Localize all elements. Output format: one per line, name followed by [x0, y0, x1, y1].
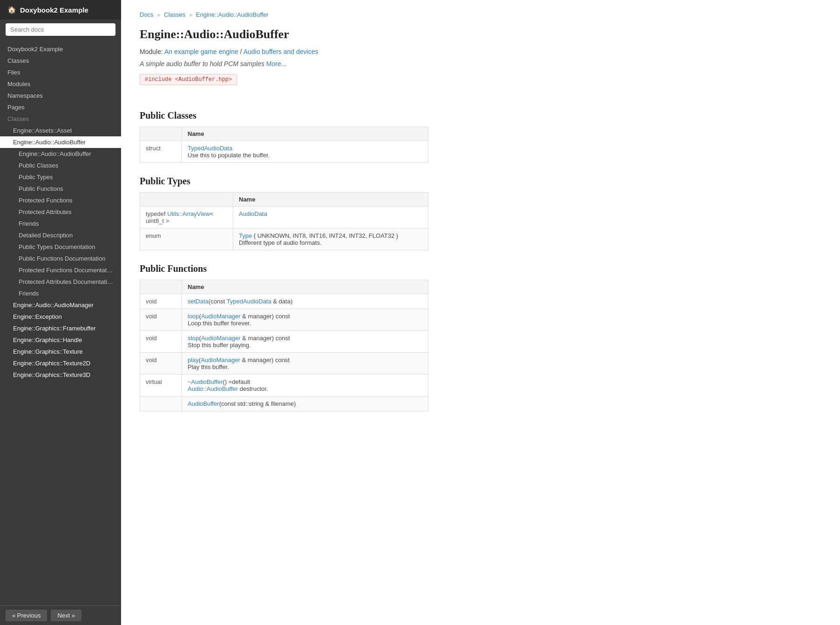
public-classes-table: Name struct TypedAudioData Use this to p… [140, 127, 428, 163]
link-audiomanager-3[interactable]: AudioManager [201, 356, 240, 363]
search-input[interactable] [6, 23, 115, 36]
link-typedaudiodata[interactable]: TypedAudioData [188, 145, 232, 152]
desc-loop: Loop this buffer forever. [188, 320, 251, 327]
link-loop[interactable]: loop [188, 313, 199, 320]
sidebar-item-sub-public-functions[interactable]: Public Functions [0, 183, 121, 195]
link-audio-audiobuffer[interactable]: Audio::AudioBuffer [188, 385, 238, 392]
include-box: #include <AudioBuffer.hpp> [140, 74, 237, 85]
type-void-2: void [140, 309, 182, 331]
sidebar-item-sub-public-types[interactable]: Public Types [0, 171, 121, 183]
link-setdata[interactable]: setData [188, 298, 209, 305]
sidebar-item-sub-protected-attributes-doc[interactable]: Protected Attributes Documentation [0, 276, 121, 288]
breadcrumb-current[interactable]: Engine::Audio::AudioBuffer [196, 11, 269, 18]
search-container [0, 20, 121, 40]
sidebar-item-files[interactable]: Files [0, 67, 121, 78]
sidebar-item-sub-protected-attributes[interactable]: Protected Attributes [0, 206, 121, 218]
sidebar-item-engine-graphics-texture[interactable]: Engine::Graphics::Texture [0, 346, 121, 357]
type-virtual: virtual [140, 375, 182, 397]
link-utils-arrayview[interactable]: Utils::ArrayView [167, 210, 210, 217]
desc-typedaudiodata: Use this to populate the buffer. [188, 152, 270, 159]
sidebar-item-sub-audiobuffer[interactable]: Engine::Audio::AudioBuffer [0, 148, 121, 160]
sidebar-item-sub-friends[interactable]: Friends [0, 218, 121, 229]
table-row: typedef Utils::ArrayView< uint8_t > Audi… [140, 207, 428, 228]
sidebar-item-sub-protected-functions[interactable]: Protected Functions [0, 195, 121, 206]
public-types-table: Name typedef Utils::ArrayView< uint8_t >… [140, 192, 428, 250]
link-typedaudiodata-2[interactable]: TypedAudioData [227, 298, 271, 305]
col-header-type-pc [140, 127, 182, 141]
link-stop[interactable]: stop [188, 335, 199, 342]
prev-button[interactable]: « Previous [6, 610, 47, 621]
type-empty [140, 397, 182, 411]
module-link-1[interactable]: An example game engine [164, 48, 238, 55]
type-cell-typedef: typedef Utils::ArrayView< uint8_t > [140, 207, 233, 228]
module-label: Module: [140, 48, 163, 55]
sidebar-item-classes[interactable]: Classes [0, 55, 121, 67]
sidebar-item-sub-protected-functions-doc[interactable]: Protected Functions Documentation [0, 264, 121, 276]
module-link-2[interactable]: Audio buffers and devices [244, 48, 318, 55]
sidebar-item-sub-public-classes[interactable]: Public Classes [0, 160, 121, 171]
more-link[interactable]: More... [266, 60, 287, 67]
table-row: enum Type { UNKNOWN, INT8, INT16, INT24,… [140, 228, 428, 250]
module-sep: / [240, 48, 244, 55]
section-public-types-title: Public Types [140, 176, 428, 187]
sidebar-item-engine-graphics-texture2d[interactable]: Engine::Graphics::Texture2D [0, 357, 121, 369]
type-void-4: void [140, 353, 182, 375]
module-line: Module: An example game engine / Audio b… [140, 48, 428, 55]
sidebar-item-engine-graphics-handle[interactable]: Engine::Graphics::Handle [0, 334, 121, 346]
section-public-classes-title: Public Classes [140, 110, 428, 121]
name-cell-typedaudiodata: TypedAudioData Use this to populate the … [182, 141, 428, 163]
table-row: AudioBuffer(const std::string & filename… [140, 397, 428, 411]
sidebar-item-engine-audio-audiomanager[interactable]: Engine::Audio::AudioManager [0, 299, 121, 311]
col-header-type-pt [140, 193, 233, 207]
type-void-1: void [140, 294, 182, 309]
sidebar-item-engine-exception[interactable]: Engine::Exception [0, 311, 121, 323]
sidebar-item-namespaces[interactable]: Namespaces [0, 90, 121, 101]
link-destructor[interactable]: ~AudioBuffer [188, 378, 223, 385]
link-audiomanager-1[interactable]: AudioManager [201, 313, 241, 320]
sidebar-item-sub-public-types-doc[interactable]: Public Types Documentation [0, 241, 121, 253]
link-audiodata[interactable]: AudioData [239, 210, 267, 217]
table-row: struct TypedAudioData Use this to popula… [140, 141, 428, 163]
col-header-name-pf: Name [182, 280, 428, 294]
nav-list: Doxybook2 ExampleClassesFilesModulesName… [0, 40, 121, 605]
link-audiomanager-2[interactable]: AudioManager [201, 335, 241, 342]
sidebar-item-engine-graphics-texture3d[interactable]: Engine::Graphics::Texture3D [0, 369, 121, 381]
sidebar-title: Doxybook2 Example [20, 6, 88, 14]
col-header-name-pc: Name [182, 127, 428, 141]
sidebar-item-sub-detailed-description[interactable]: Detailed Description [0, 229, 121, 241]
public-functions-table: Name void setData(const TypedAudioData &… [140, 280, 428, 411]
sidebar-header[interactable]: 🏠 Doxybook2 Example [0, 0, 121, 20]
col-header-type-pf [140, 280, 182, 294]
sidebar-item-doxybook2-example[interactable]: Doxybook2 Example [0, 43, 121, 55]
sidebar-item-engine-audio-audiobuffer[interactable]: Engine::Audio::AudioBuffer [0, 136, 121, 148]
page-description: A simple audio buffer to hold PCM sample… [140, 60, 428, 67]
breadcrumb-sep-1: » [157, 11, 162, 18]
sidebar-item-modules[interactable]: Modules [0, 78, 121, 90]
link-constructor[interactable]: AudioBuffer [188, 400, 219, 407]
next-button[interactable]: Next » [51, 610, 81, 621]
name-cell-destructor: ~AudioBuffer() =default Audio::AudioBuff… [182, 375, 428, 397]
breadcrumb-sep-2: » [189, 11, 194, 18]
desc-stop: Stop this buffer playing. [188, 342, 251, 349]
sidebar-item-sub-friends-2[interactable]: Friends [0, 288, 121, 299]
col-header-name-pt: Name [233, 193, 428, 207]
breadcrumb-classes[interactable]: Classes [164, 11, 185, 18]
sidebar-item-engine-graphics-framebuffer[interactable]: Engine::Graphics::Framebuffer [0, 323, 121, 334]
table-row: void play(AudioManager & manager) const … [140, 353, 428, 375]
sidebar-item-engine-assets-asset[interactable]: Engine::Assets::Asset [0, 125, 121, 136]
table-row: void loop(AudioManager & manager) const … [140, 309, 428, 331]
sidebar-item-sub-public-functions-doc[interactable]: Public Functions Documentation [0, 253, 121, 264]
table-row: void setData(const TypedAudioData & data… [140, 294, 428, 309]
sidebar-item-classes-section[interactable]: Classes [0, 113, 121, 125]
link-play[interactable]: play [188, 356, 199, 363]
name-cell-type: Type { UNKNOWN, INT8, INT16, INT24, INT3… [233, 228, 428, 250]
home-icon: 🏠 [7, 6, 16, 14]
name-cell-constructor: AudioBuffer(const std::string & filename… [182, 397, 428, 411]
table-row: virtual ~AudioBuffer() =default Audio::A… [140, 375, 428, 397]
link-type-enum[interactable]: Type [239, 232, 252, 239]
name-cell-play: play(AudioManager & manager) const Play … [182, 353, 428, 375]
type-void-3: void [140, 331, 182, 353]
sidebar-item-pages[interactable]: Pages [0, 101, 121, 113]
name-cell-stop: stop(AudioManager & manager) const Stop … [182, 331, 428, 353]
breadcrumb-docs[interactable]: Docs [140, 11, 154, 18]
